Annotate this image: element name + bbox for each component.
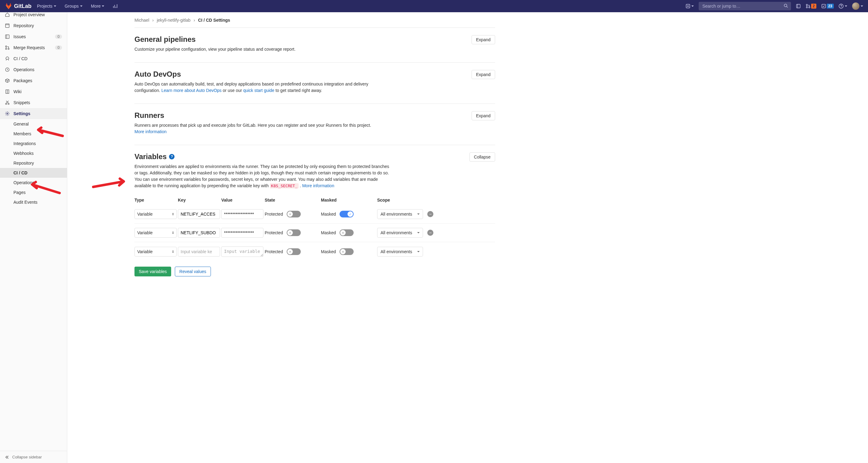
- type-select[interactable]: Variable: [134, 228, 177, 238]
- sidebar-item-operations[interactable]: Operations: [0, 64, 67, 75]
- scope-select[interactable]: All environments: [377, 228, 423, 238]
- select-arrows-icon: [172, 251, 174, 253]
- sub-integrations[interactable]: Integrations: [0, 139, 67, 148]
- chevron-down-icon: [691, 5, 694, 7]
- sidebar-item-project-overview[interactable]: Project overview: [0, 12, 67, 20]
- sidebar-item-issues[interactable]: Issues 0: [0, 31, 67, 42]
- value-input[interactable]: [221, 209, 264, 219]
- sub-audit-events[interactable]: Audit Events: [0, 197, 67, 207]
- todos-count-badge: 23: [827, 4, 834, 8]
- scope-select[interactable]: All environments: [377, 247, 423, 257]
- key-input[interactable]: [178, 247, 220, 257]
- sub-repository[interactable]: Repository: [0, 158, 67, 168]
- more-info-link[interactable]: More information: [302, 183, 334, 188]
- sub-cicd[interactable]: CI / CD: [0, 168, 67, 178]
- issue-count-badge: 0: [55, 34, 62, 39]
- gear-icon: [5, 111, 10, 116]
- help-icon[interactable]: ?: [169, 154, 175, 159]
- nav-groups[interactable]: Groups: [62, 1, 86, 11]
- sidebar-item-label: Merge Requests: [13, 45, 45, 50]
- breadcrumb-item[interactable]: jekyll-netlify-gitlab: [157, 18, 190, 23]
- svg-point-11: [5, 48, 7, 49]
- settings-submenu: General Members Integrations Webhooks Re…: [0, 119, 67, 207]
- issues-icon: [5, 34, 10, 39]
- state-cell: Protected ✕: [265, 229, 320, 236]
- breadcrumb-item[interactable]: Michael: [134, 18, 149, 23]
- type-select[interactable]: Variable: [134, 247, 177, 257]
- merge-icon: [5, 45, 10, 50]
- collapse-sidebar[interactable]: Collapse sidebar: [0, 451, 67, 463]
- key-input[interactable]: [178, 228, 220, 238]
- collapse-button[interactable]: Collapse: [469, 153, 495, 162]
- nav-projects[interactable]: Projects: [34, 1, 59, 11]
- sub-operations[interactable]: Operations: [0, 178, 67, 188]
- help-dropdown[interactable]: [839, 4, 847, 8]
- gitlab-logo[interactable]: GitLab: [5, 2, 31, 10]
- toggle-knob-icon: ✕: [340, 230, 346, 235]
- section-title: General pipelines: [134, 35, 296, 44]
- masked-cell: Masked ✓: [321, 211, 376, 218]
- scope-select[interactable]: All environments: [377, 209, 423, 219]
- package-icon: [5, 78, 10, 83]
- sub-webhooks[interactable]: Webhooks: [0, 148, 67, 158]
- protected-toggle[interactable]: ✕: [287, 229, 301, 236]
- home-icon: [5, 12, 10, 17]
- expand-button[interactable]: Expand: [472, 35, 495, 44]
- save-variables-button[interactable]: Save variables: [134, 267, 171, 276]
- sub-members[interactable]: Members: [0, 129, 67, 139]
- svg-point-1: [784, 4, 787, 7]
- avatar: [852, 2, 860, 10]
- repository-icon: [5, 23, 10, 28]
- code-chip: K8S_SECRET_: [270, 183, 299, 189]
- type-select[interactable]: Variable: [134, 209, 177, 219]
- more-info-link[interactable]: More information: [134, 129, 166, 134]
- sidebar-item-label: Project overview: [13, 12, 45, 17]
- svg-point-7: [839, 4, 843, 8]
- state-cell: Protected ✕: [265, 248, 320, 255]
- masked-toggle[interactable]: ✕: [340, 229, 353, 236]
- sidebar-item-settings[interactable]: Settings: [0, 108, 67, 119]
- value-input[interactable]: [221, 246, 264, 257]
- sub-pages[interactable]: Pages: [0, 188, 67, 197]
- value-input[interactable]: [221, 228, 264, 238]
- remove-row-button[interactable]: −: [427, 230, 433, 236]
- search-input[interactable]: [699, 2, 791, 10]
- expand-button[interactable]: Expand: [472, 70, 495, 79]
- quick-start-link[interactable]: quick start guide: [243, 88, 275, 93]
- masked-toggle[interactable]: ✕: [340, 248, 353, 255]
- nav-more[interactable]: More: [88, 1, 107, 11]
- sidebar-item-label: Issues: [13, 34, 26, 39]
- rocket-icon: [5, 56, 10, 61]
- masked-toggle[interactable]: ✓: [340, 211, 353, 218]
- sidebar-item-merge-requests[interactable]: Merge Requests 0: [0, 42, 67, 53]
- new-dropdown[interactable]: [686, 4, 694, 8]
- operations-icon: [5, 67, 10, 72]
- protected-toggle[interactable]: ✕: [287, 248, 301, 255]
- nav-activity[interactable]: [110, 1, 121, 11]
- sidebar-item-snippets[interactable]: Snippets: [0, 97, 67, 108]
- section-runners: Runners Runners are processes that pick …: [134, 104, 495, 145]
- sidebar-item-cicd[interactable]: CI / CD: [0, 53, 67, 64]
- protected-toggle[interactable]: ✕: [287, 211, 301, 218]
- breadcrumb: Michael › jekyll-netlify-gitlab › CI / C…: [134, 16, 495, 28]
- expand-button[interactable]: Expand: [472, 111, 495, 120]
- user-menu[interactable]: [852, 2, 863, 10]
- sidebar-item-packages[interactable]: Packages: [0, 75, 67, 86]
- sidebar-item-wiki[interactable]: Wiki: [0, 86, 67, 97]
- sidebar-item-label: Wiki: [13, 89, 21, 94]
- key-input[interactable]: [178, 209, 220, 219]
- collapse-label: Collapse sidebar: [12, 455, 42, 459]
- section-desc: Customize your pipeline configuration, v…: [134, 46, 296, 53]
- section-auto-devops: Auto DevOps Auto DevOps can automaticall…: [134, 63, 495, 104]
- issues-icon[interactable]: [796, 4, 801, 8]
- merge-requests-icon[interactable]: 2: [806, 4, 816, 8]
- sub-general[interactable]: General: [0, 119, 67, 129]
- section-general-pipelines: General pipelines Customize your pipelin…: [134, 28, 495, 63]
- learn-more-link[interactable]: Learn more about Auto DevOps: [161, 88, 222, 93]
- sidebar-item-repository[interactable]: Repository: [0, 20, 67, 31]
- remove-row-button[interactable]: −: [427, 211, 433, 217]
- col-state: State: [265, 198, 320, 202]
- reveal-values-button[interactable]: Reveal values: [175, 267, 211, 276]
- todos-icon[interactable]: 23: [821, 4, 834, 8]
- svg-rect-8: [5, 24, 9, 28]
